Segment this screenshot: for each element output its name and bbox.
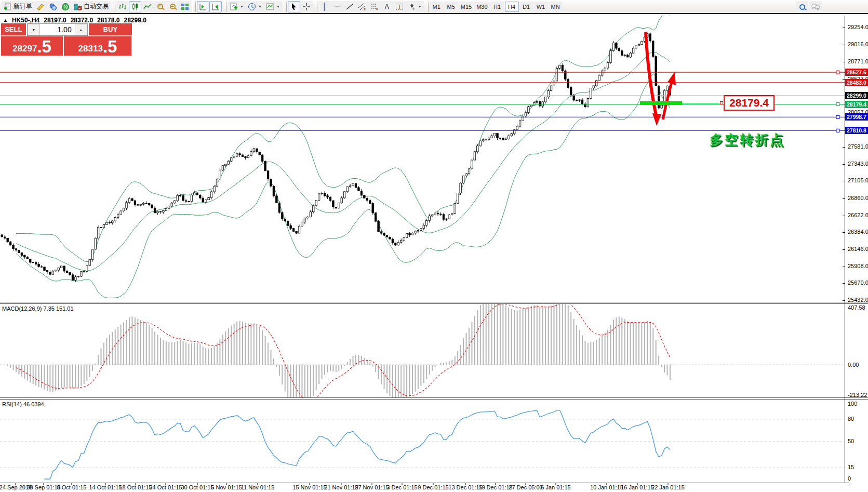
new-order-button[interactable]: 新订单 bbox=[2, 1, 34, 12]
price-tick-mark bbox=[843, 216, 845, 216]
time-tick-label: 27 Dec 05:00 bbox=[509, 484, 542, 490]
time-tick-label: 27 Nov 01:15 bbox=[355, 484, 389, 490]
timeframe-m30-button[interactable]: M30 bbox=[474, 2, 489, 12]
buy-button[interactable]: BUY bbox=[89, 23, 132, 36]
chat-button[interactable] bbox=[809, 1, 822, 12]
sell-button[interactable]: SELL bbox=[1, 23, 26, 36]
chat-icon bbox=[811, 3, 820, 11]
time-tick-mark bbox=[166, 483, 166, 485]
vertical-line-button[interactable]: │ bbox=[318, 1, 331, 12]
volume-decrease-button[interactable]: ▼ bbox=[28, 24, 40, 35]
sell-price-main: 28297 bbox=[12, 43, 37, 55]
profiles-button[interactable]: ▼ bbox=[246, 1, 264, 12]
rsi-panel-separator[interactable] bbox=[0, 397, 868, 400]
line-chart-icon bbox=[143, 3, 152, 11]
tile-windows-icon bbox=[181, 3, 189, 11]
price-tick-label: 26860.0 bbox=[848, 195, 868, 201]
chart-window[interactable]: ▲ HK50-,H4 28197.0 28372.0 28178.0 28299… bbox=[0, 15, 868, 492]
community-button[interactable] bbox=[47, 1, 59, 12]
new-chart-button[interactable]: ▼ bbox=[228, 1, 246, 12]
bar-chart-button[interactable] bbox=[116, 1, 129, 12]
buy-price-display[interactable]: 28313 .5 bbox=[64, 36, 131, 56]
timeframe-w1-button[interactable]: W1 bbox=[534, 2, 548, 12]
timeframe-h1-button[interactable]: H1 bbox=[490, 2, 504, 12]
chart-shift-button[interactable] bbox=[197, 1, 209, 12]
time-tick-label: 5 Nov 01:15 bbox=[211, 484, 242, 490]
time-axis[interactable]: 24 Sep 201930 Sep 01:158 Oct 01:1514 Oct… bbox=[0, 484, 868, 492]
equidistant-channel-icon: E bbox=[358, 3, 366, 11]
timeframe-m15-button[interactable]: M15 bbox=[459, 2, 474, 12]
candlestick-chart-button[interactable] bbox=[129, 1, 141, 12]
price-tick-mark bbox=[843, 181, 845, 181]
callout-anchor-handle[interactable] bbox=[720, 101, 723, 104]
time-tick-mark bbox=[105, 483, 106, 485]
time-tick-mark bbox=[258, 483, 258, 485]
text-button[interactable]: A bbox=[381, 1, 393, 12]
svg-text:F: F bbox=[376, 8, 378, 11]
new-order-icon bbox=[4, 3, 12, 11]
zoom-out-button[interactable]: − bbox=[166, 1, 179, 12]
trendline-icon bbox=[345, 3, 354, 11]
time-tick-label: 21 Nov 01:15 bbox=[324, 484, 358, 490]
tile-windows-button[interactable] bbox=[179, 1, 191, 12]
price-callout-label[interactable]: 28179.4 bbox=[724, 95, 774, 111]
auto-scroll-button[interactable] bbox=[209, 1, 222, 12]
macd-panel-separator[interactable] bbox=[0, 302, 868, 304]
zoom-in-button[interactable]: + bbox=[154, 1, 166, 12]
time-tick-label: 10 Jan 01:15 bbox=[590, 484, 623, 490]
channel-button[interactable]: E bbox=[356, 1, 368, 12]
timeframe-h4-button[interactable]: H4 bbox=[505, 2, 519, 12]
buy-price-pips: .5 bbox=[103, 39, 117, 55]
auto-trading-button[interactable]: 自动交易 bbox=[72, 1, 111, 12]
trendline-button[interactable] bbox=[343, 1, 356, 12]
macd-tick-label: 407.58 bbox=[848, 304, 865, 311]
horizontal-line-button[interactable]: ─ bbox=[331, 1, 343, 12]
timeframe-mn-button[interactable]: MN bbox=[549, 2, 563, 12]
time-tick-mark bbox=[668, 483, 669, 485]
timeframe-m5-button[interactable]: M5 bbox=[444, 2, 458, 12]
rsi-tick-label: 0 bbox=[848, 475, 851, 482]
metaeditor-button[interactable] bbox=[34, 1, 47, 12]
search-button[interactable] bbox=[796, 1, 808, 12]
price-tag: 28627.6 bbox=[845, 69, 868, 76]
time-tick-mark bbox=[496, 483, 496, 485]
cursor-button[interactable] bbox=[288, 1, 300, 12]
clock-icon bbox=[248, 3, 256, 11]
time-tick-mark bbox=[372, 483, 372, 485]
indicators-button[interactable]: ▼ bbox=[264, 1, 282, 12]
collapse-trade-panel-icon[interactable]: ▲ bbox=[3, 18, 8, 23]
chart-canvas[interactable] bbox=[0, 15, 868, 492]
shapes-button[interactable]: ▼ bbox=[406, 1, 424, 12]
time-tick-label: 16 Jan 01:15 bbox=[621, 484, 654, 490]
time-tick-mark bbox=[556, 483, 556, 485]
indicators-icon bbox=[266, 3, 274, 11]
macd-tick-label: 0.00 bbox=[848, 362, 859, 368]
buy-price-main: 28313 bbox=[78, 43, 103, 55]
timeframe-m1-button[interactable]: M1 bbox=[430, 2, 444, 12]
annotation-note-text[interactable]: 多空转折点 bbox=[710, 131, 785, 149]
line-chart-button[interactable] bbox=[141, 1, 154, 12]
shapes-icon bbox=[408, 3, 416, 11]
price-tick-mark bbox=[843, 267, 845, 267]
chevron-down-icon: ▼ bbox=[240, 5, 244, 8]
metaeditor-icon bbox=[36, 3, 45, 11]
price-tick-label: 26384.0 bbox=[848, 229, 868, 235]
text-label-button[interactable]: T bbox=[393, 1, 406, 12]
time-tick-mark bbox=[465, 483, 466, 485]
price-tag: 28299.0 bbox=[845, 92, 868, 99]
time-tick-label: 11 Nov 01:15 bbox=[241, 484, 275, 490]
signals-button[interactable] bbox=[59, 1, 72, 12]
vertical-line-icon: │ bbox=[323, 3, 327, 10]
volume-input[interactable]: 1.00 bbox=[40, 24, 75, 35]
sell-price-display[interactable]: 28297 .5 bbox=[1, 36, 63, 56]
volume-increase-button[interactable]: ▲ bbox=[75, 24, 87, 35]
support-zone-drawing[interactable] bbox=[640, 101, 682, 105]
crosshair-button[interactable] bbox=[300, 1, 313, 12]
chevron-down-icon: ▼ bbox=[258, 5, 262, 8]
toolbar-grip bbox=[283, 2, 287, 12]
macd-tick-label: -213.22 bbox=[848, 392, 867, 398]
price-axis[interactable]: 29254.029016.028771.028523.028057.027581… bbox=[845, 15, 868, 492]
fibonacci-button[interactable]: F bbox=[368, 1, 381, 12]
timeframe-d1-button[interactable]: D1 bbox=[519, 2, 533, 12]
price-tick-label: 25432.0 bbox=[848, 297, 868, 303]
